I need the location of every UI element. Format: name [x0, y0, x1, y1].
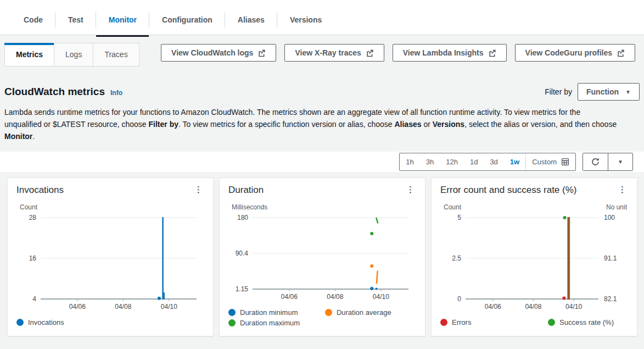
legend-swatch: [228, 319, 236, 326]
svg-text:04/06: 04/06: [485, 303, 501, 311]
chart-legend: ErrorsSuccess rate (%): [440, 318, 628, 326]
legend-item[interactable]: Duration minimum: [228, 308, 313, 317]
refresh-button[interactable]: [583, 153, 608, 170]
button-label: View CodeGuru profiles: [525, 48, 612, 57]
kebab-menu-icon[interactable]: ⋮: [617, 185, 628, 195]
time-range-3h[interactable]: 3h: [420, 153, 440, 170]
tab-versions[interactable]: Versions: [277, 5, 334, 35]
chart-title: Duration: [228, 185, 264, 196]
svg-text:04/10: 04/10: [373, 293, 389, 301]
chart-legend: Duration minimumDuration averageDuration…: [228, 308, 416, 327]
refresh-group: ▼: [583, 153, 633, 171]
chart-title: Invocations: [16, 185, 64, 196]
legend-label: Duration minimum: [240, 308, 298, 317]
metrics-charts: Invocations ⋮ Count 2816404/0604/0804/10…: [0, 172, 644, 336]
legend-label: Success rate (%): [559, 318, 614, 326]
external-link-icon: [617, 49, 625, 57]
external-tool-buttons: View CloudWatch logs View X-Ray traces V…: [161, 43, 640, 62]
duration-chart-card: Duration ⋮ Milliseconds 18090.41.1504/06…: [219, 178, 425, 336]
chevron-down-icon: ▼: [625, 89, 631, 95]
svg-text:04/08: 04/08: [327, 293, 343, 301]
legend-swatch: [548, 319, 555, 326]
external-link-icon: [366, 49, 374, 57]
svg-text:16: 16: [29, 254, 37, 262]
description-segment: Aliases: [394, 120, 421, 129]
calendar-icon: [561, 158, 569, 166]
button-label: View CloudWatch logs: [171, 48, 253, 57]
view-lambda-insights-button[interactable]: View Lambda Insights: [393, 44, 507, 62]
svg-text:82.1: 82.1: [604, 295, 617, 303]
refresh-icon: [591, 157, 600, 167]
kebab-menu-icon[interactable]: ⋮: [405, 185, 416, 195]
legend-swatch: [325, 309, 332, 316]
tab-test[interactable]: Test: [55, 5, 96, 35]
view-cloudwatch-logs-button[interactable]: View CloudWatch logs: [161, 44, 276, 62]
tab-aliases[interactable]: Aliases: [225, 5, 277, 35]
button-label: View Lambda Insights: [403, 48, 484, 57]
function-tab-bar: Code Test Monitor Configuration Aliases …: [0, 0, 644, 35]
external-link-icon: [488, 49, 496, 57]
legend-item[interactable]: Duration average: [325, 308, 410, 317]
tabs: Code Test Monitor Configuration Aliases …: [11, 5, 334, 35]
page-title: CloudWatch metrics: [4, 86, 105, 98]
legend-item[interactable]: Errors: [440, 318, 471, 326]
subtab-metrics[interactable]: Metrics: [4, 43, 54, 67]
legend-label: Invocations: [28, 318, 64, 326]
custom-range-button[interactable]: Custom: [525, 153, 575, 170]
svg-text:04/06: 04/06: [281, 293, 298, 301]
subtab-traces[interactable]: Traces: [93, 43, 139, 67]
legend-swatch: [440, 319, 447, 326]
tab-configuration[interactable]: Configuration: [149, 5, 225, 35]
chart-title: Error count and success rate (%): [440, 185, 576, 196]
time-range-options: 1h3h12h1d3d1w: [400, 153, 525, 170]
time-range-1w[interactable]: 1w: [504, 153, 525, 170]
legend-item[interactable]: Success rate (%): [548, 318, 614, 326]
svg-text:4: 4: [32, 295, 36, 303]
right-axis-unit: No unit: [606, 203, 627, 211]
chevron-down-icon: ▼: [618, 159, 623, 165]
svg-text:28: 28: [29, 214, 37, 221]
description-segment: Filter by: [149, 120, 178, 129]
svg-text:0: 0: [457, 295, 461, 303]
left-axis-unit: Count: [20, 203, 37, 211]
kebab-menu-icon[interactable]: ⋮: [193, 185, 204, 195]
time-range-1h[interactable]: 1h: [400, 153, 419, 170]
description-segment: , select the alias or version, and then …: [464, 120, 617, 129]
time-range-3d[interactable]: 3d: [484, 153, 503, 170]
legend-item[interactable]: Duration maximum: [228, 319, 313, 327]
tab-monitor[interactable]: Monitor: [96, 5, 149, 35]
svg-text:04/08: 04/08: [115, 303, 131, 311]
time-range-12h[interactable]: 12h: [440, 153, 464, 170]
svg-text:2.5: 2.5: [452, 254, 461, 262]
filter-by-label: Filter by: [545, 87, 572, 96]
chart-canvas: 2816404/0604/0804/10: [16, 214, 205, 313]
description-segment: Versions: [433, 120, 464, 129]
refresh-options-button[interactable]: ▼: [608, 153, 632, 170]
chart-toolbar: 1h3h12h1d3d1w Custom ▼: [0, 152, 644, 172]
error-success-chart-card: Error count and success rate (%) ⋮ Count…: [431, 178, 637, 336]
svg-text:180: 180: [237, 214, 248, 221]
view-codeguru-profiles-button[interactable]: View CodeGuru profiles: [515, 44, 635, 62]
view-xray-traces-button[interactable]: View X-Ray traces: [284, 44, 384, 62]
time-range-1d[interactable]: 1d: [464, 153, 484, 170]
button-label: View X-Ray traces: [295, 48, 361, 57]
svg-text:1.15: 1.15: [236, 285, 249, 293]
description-segment: .: [32, 132, 35, 141]
legend-swatch: [228, 309, 236, 316]
legend-label: Errors: [452, 318, 471, 326]
description-segment: or: [422, 120, 433, 129]
legend-swatch: [16, 319, 24, 326]
invocations-chart-card: Invocations ⋮ Count 2816404/0604/0804/10…: [7, 178, 214, 336]
legend-item[interactable]: Invocations: [16, 318, 64, 326]
time-range-control: 1h3h12h1d3d1w Custom: [399, 153, 576, 171]
tab-code[interactable]: Code: [11, 5, 55, 35]
svg-text:91.1: 91.1: [604, 254, 617, 262]
svg-text:04/08: 04/08: [525, 303, 541, 311]
chart-canvas: 52.5010091.182.104/0604/0804/10: [440, 214, 629, 313]
info-link[interactable]: Info: [110, 89, 122, 97]
filter-dropdown[interactable]: Function ▼: [578, 83, 640, 101]
description-segment: Monitor: [4, 132, 32, 141]
svg-text:90.4: 90.4: [236, 250, 249, 257]
subtab-logs[interactable]: Logs: [54, 43, 93, 67]
left-axis-unit: Milliseconds: [232, 203, 267, 211]
